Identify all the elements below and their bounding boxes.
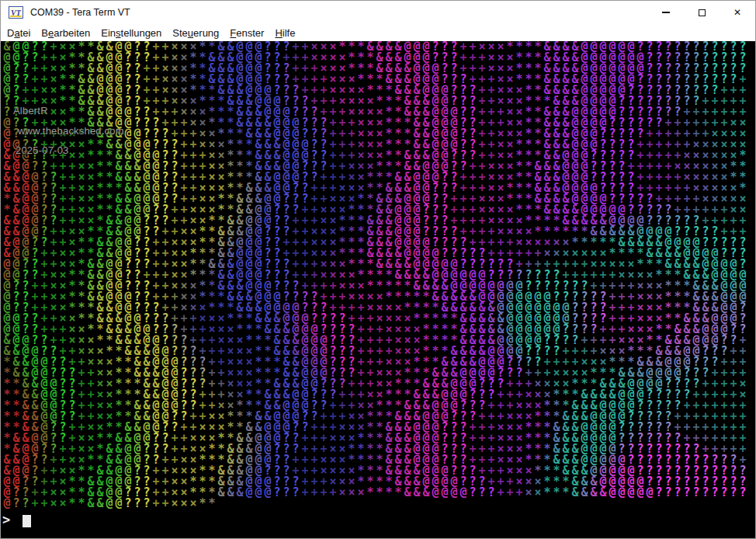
art-row: **&&@@??++××**&&@@@??++××***&&@@@??+++××… xyxy=(2,400,747,411)
overlay-website: www.thebackshed.com xyxy=(18,125,124,137)
art-row: *&@@??++××**&&@@??++×××**&&@@???++×××***… xyxy=(2,204,747,215)
art-row: &&@@??++××*&&@@???++××**&&@@@??+++××***&… xyxy=(2,215,747,226)
art-row: @??++××**&&@@???++××***&&&@@@???++++×××*… xyxy=(2,487,747,498)
art-row: &@@??+××**&&@@??++×××**&&@@@???++×××***&… xyxy=(2,41,747,52)
art-row: @??++×**&&@@@??++×××**&&&@@@???++++×××**… xyxy=(2,74,747,85)
menu-item-hilfe[interactable]: Hilfe xyxy=(269,24,300,41)
ascii-art: &@@??+××**&&@@??++×××**&&@@@???++×××***&… xyxy=(2,41,747,509)
terminal-screen[interactable]: &@@??+××**&&@@??++×××**&&@@@???++×××***&… xyxy=(1,41,755,538)
menu-item-fenster[interactable]: Fenster xyxy=(224,24,269,41)
art-row: @??++××**&&@@???++×××**&&&@@@???++++×××*… xyxy=(2,280,747,291)
art-row: &&@@?++××**&&@@??++××**&&&@@???++×××***&… xyxy=(2,226,747,237)
close-button[interactable]: ✕ xyxy=(720,1,755,24)
art-row: &&@@??++×××**&&&@@???+++×××**&&&@@@???++… xyxy=(2,346,747,356)
minimize-button[interactable] xyxy=(648,1,684,24)
maximize-icon xyxy=(699,9,706,16)
art-row: @@??++××*&&@@???++××**&&&@@@???+++×××***… xyxy=(2,259,747,270)
menu-bar: DateiBearbeitenEinstellungenSteuerungFen… xyxy=(1,24,755,41)
art-row: ??++××**&&&@@??+++×××***&&&@@@???+++××××… xyxy=(2,96,747,106)
overlay-author: AlbertR xyxy=(13,105,48,116)
title-bar[interactable]: VT COM39 - Tera Term VT ✕ xyxy=(1,1,755,24)
art-row: &@@??++×**&&@@??++×××**&&@@@??+++×××***&… xyxy=(2,237,747,248)
art-row: &@@??++×××**&&&@@???+++×××***&&&@@@???++… xyxy=(2,335,747,346)
art-row: @@??+++××**&&&@@???+++×××***&&&@@@????++… xyxy=(2,324,747,335)
close-icon: ✕ xyxy=(733,7,741,18)
art-row: *&@@??++××*&&@@???++××**&&&@@???+++××***… xyxy=(2,443,747,454)
art-row: **&&@@??++××**&&@@??++××***&&@@@??+++××*… xyxy=(2,411,747,422)
art-row: &@@?++××**&&@@??++××***&&@@@??+++×××***&… xyxy=(2,248,747,259)
art-row: **&&@??++××**&&@@??++×××**&&@@@??+++×××*… xyxy=(2,422,747,433)
art-row: @??++××**&&@@@??+++××***&&&@@@????+++×××… xyxy=(2,291,747,302)
art-row: @@??+××**&&@@??+++××***&&@@@???+++××××**… xyxy=(2,270,747,280)
art-row: &&@@??++××***&&@@??++×××**&&&@@??+++×××*… xyxy=(2,183,747,193)
art-row: *&&@@???++××**&&&@@???++×××***&&@@@???++… xyxy=(2,367,747,378)
tera-term-vt-icon: VT xyxy=(9,6,23,19)
shell-prompt: > xyxy=(2,512,12,527)
art-row: @@??++××**&&&@@???+++×××***&&&@@@????+++… xyxy=(2,313,747,324)
art-row: **&&@@??++××***&&@@???++×××**&&&@@???+++… xyxy=(2,378,747,389)
art-row: &&@??++××**&&@@??++××***&&@@@??+++×××***… xyxy=(2,454,747,465)
art-row: &@@??+++××**&&&@@??+++××***&&&@@???++×××… xyxy=(2,161,747,172)
art-row: &&@@??++××**&&&@@??+++××***&&@@@??+++××*… xyxy=(2,172,747,183)
art-row: *&&@@??+××**&&@@??++×××**&&@@@??+++×××**… xyxy=(2,433,747,443)
cursor-block xyxy=(23,515,31,527)
art-row: @?++××**&&@@@??++×××***&&&@@@???+++××××*… xyxy=(2,85,747,96)
overlay-date: 2025-07-03 xyxy=(16,144,69,156)
menu-item-steuerung[interactable]: Steuerung xyxy=(167,24,224,41)
window-title: COM39 - Tera Term VT xyxy=(30,7,130,18)
maximize-button[interactable] xyxy=(684,1,720,24)
art-row: @@??++×**&&@@???++××**&&&@@@??+++××××***… xyxy=(2,52,747,63)
prompt-line: > xyxy=(2,512,31,527)
caption-controls: ✕ xyxy=(648,1,755,24)
art-row: &@@??++××***&&@@@??+++××***&&&@@@??+++××… xyxy=(2,150,747,161)
art-row: @??++××**&&@@???++×××** xyxy=(2,498,747,509)
art-row: ??++×××**&&@@@??+++×××***&&&@@@???+++×××… xyxy=(2,106,747,117)
menu-item-datei[interactable]: Datei xyxy=(2,24,36,41)
art-row: **&&@@??++××***&&@@??+++××**&&&@@???+++×… xyxy=(2,389,747,400)
art-row: @@??++×**&&@@@??++××***&&&@@@???+++×××**… xyxy=(2,476,747,487)
art-row: @??++××**&&@@??++×××**&&&@@@???+++×××***… xyxy=(2,63,747,74)
tera-term-window: VT COM39 - Tera Term VT ✕ DateiBearbeite… xyxy=(0,0,756,539)
art-row: *&@@??++××**&&@@@??++××**&&&@@???++×××**… xyxy=(2,193,747,204)
minimize-icon xyxy=(662,12,670,13)
menu-item-bearbeiten[interactable]: Bearbeiten xyxy=(36,24,95,41)
art-row: @??++××***&&@@???++×××***&&&@@@@???++++×… xyxy=(2,302,747,313)
art-row: &@@?++××**&&@@??++×××**&&&@@???+++××××**… xyxy=(2,465,747,476)
art-row: *&&@@??++×××**&&@@@???++×××***&&@@@???++… xyxy=(2,356,747,367)
art-row: @@??++×××**&&@@@???++×××***&&&@@@??+++××… xyxy=(2,139,747,150)
menu-item-einstellungen[interactable]: Einstellungen xyxy=(95,24,167,41)
